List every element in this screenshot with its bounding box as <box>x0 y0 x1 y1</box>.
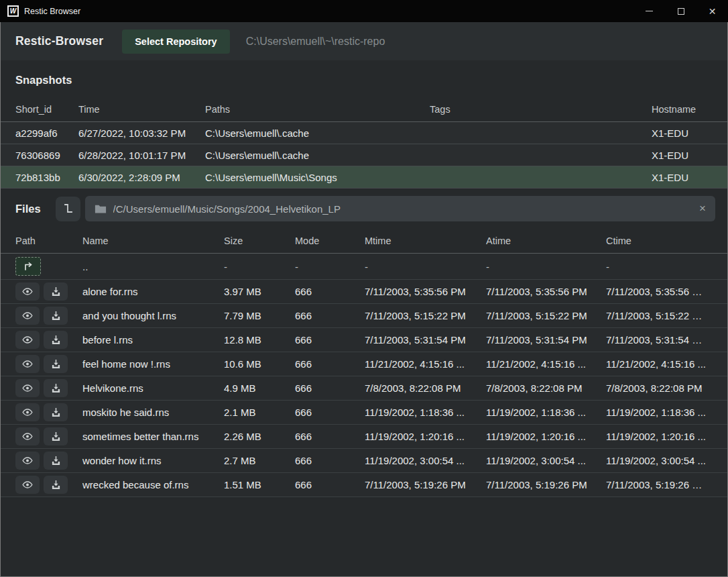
preview-file-button[interactable] <box>15 355 40 373</box>
preview-file-button[interactable] <box>15 427 40 445</box>
parent-mode: - <box>295 261 365 272</box>
select-repository-button[interactable]: Select Repository <box>122 30 230 54</box>
snapshots-table-header: Short_id Time Paths Tags Hostname <box>1 97 727 122</box>
snapshot-short-id: 76306869 <box>15 150 78 161</box>
download-file-button[interactable] <box>44 379 68 397</box>
file-name: Helvikone.rns <box>82 382 224 394</box>
eye-icon <box>21 311 34 320</box>
file-atime: 7/11/2003, 5:15:22 PM <box>486 310 606 321</box>
minimize-icon <box>646 11 653 11</box>
file-mode: 666 <box>295 358 365 370</box>
wails-logo-icon: W <box>7 5 19 17</box>
snapshot-time: 6/27/2022, 10:03:32 PM <box>78 127 205 139</box>
download-file-button[interactable] <box>44 282 68 301</box>
snapshot-row[interactable]: a2299af6 6/27/2022, 10:03:32 PM C:\Users… <box>1 122 727 144</box>
file-ctime: 7/11/2003, 5:15:22 PM <box>606 310 713 321</box>
col-path: Path <box>15 235 82 246</box>
download-icon <box>51 431 61 441</box>
file-name: before l.rns <box>82 334 224 346</box>
snapshots-heading: Snapshots <box>1 60 727 97</box>
download-file-button[interactable] <box>44 307 68 325</box>
file-row: alone for.rns 3.97 MB 666 7/11/2003, 5:3… <box>1 280 727 304</box>
file-mode: 666 <box>295 455 365 466</box>
title-bar: W Restic Browser ✕ <box>0 0 728 22</box>
tree-root-icon <box>62 203 74 215</box>
empty-space <box>1 497 727 576</box>
download-icon <box>51 383 61 393</box>
snapshot-row[interactable]: 76306869 6/28/2022, 10:01:17 PM C:\Users… <box>1 144 727 166</box>
snapshot-short-id: a2299af6 <box>15 127 78 139</box>
file-row: wonder how it.rns 2.7 MB 666 11/19/2002,… <box>1 449 727 473</box>
eye-icon <box>21 384 34 392</box>
file-size: 1.51 MB <box>224 479 295 490</box>
preview-file-button[interactable] <box>15 331 40 349</box>
col-atime: Atime <box>486 235 606 246</box>
preview-file-button[interactable] <box>15 282 40 301</box>
download-file-button[interactable] <box>44 427 68 445</box>
eye-icon <box>21 287 34 296</box>
window-controls: ✕ <box>633 0 728 22</box>
go-parent-icon <box>23 262 34 271</box>
download-icon <box>51 359 61 369</box>
download-file-button[interactable] <box>44 331 68 349</box>
parent-name: .. <box>82 261 224 272</box>
snapshot-hostname: X1-EDU <box>652 127 713 139</box>
download-icon <box>51 311 61 321</box>
snapshot-row[interactable]: 72b813bb 6/30/2022, 2:28:09 PM C:\Users\… <box>1 166 727 189</box>
files-table-header: Path Name Size Mode Mtime Atime Ctime <box>1 229 727 254</box>
col-time: Time <box>78 104 205 115</box>
repository-path: C:\Users\emuell\~\restic-repo <box>246 36 385 48</box>
preview-file-button[interactable] <box>15 476 40 494</box>
file-ctime: 7/11/2003, 5:35:56 PM <box>606 286 713 297</box>
current-path-input[interactable]: /C/Users/emuell/Music/Songs/2004_Helveti… <box>85 196 715 221</box>
download-icon <box>51 407 61 417</box>
snapshot-time: 6/30/2022, 2:28:09 PM <box>78 172 205 183</box>
clear-path-button[interactable]: × <box>692 202 706 215</box>
file-name: sometimes better than.rns <box>82 431 224 442</box>
file-size: 2.1 MB <box>224 407 295 418</box>
eye-icon <box>21 480 34 489</box>
app-header: Restic-Browser Select Repository C:\User… <box>1 22 727 60</box>
files-bar: Files /C/Users/emuell/Music/Songs/2004_H… <box>1 189 727 229</box>
file-atime: 11/19/2002, 1:18:36 ... <box>486 407 606 418</box>
file-size: 3.97 MB <box>224 286 295 297</box>
eye-icon <box>21 360 34 368</box>
col-size: Size <box>224 235 295 246</box>
close-button[interactable]: ✕ <box>696 0 728 22</box>
file-size: 4.9 MB <box>224 382 295 394</box>
file-row: wrecked because of.rns 1.51 MB 666 7/11/… <box>1 473 727 497</box>
preview-file-button[interactable] <box>15 403 40 421</box>
col-ctime: Ctime <box>606 235 713 246</box>
parent-mtime: - <box>365 261 486 272</box>
maximize-button[interactable] <box>665 0 696 22</box>
file-mode: 666 <box>295 382 365 394</box>
file-ctime: 11/19/2002, 1:18:36 ... <box>606 407 713 418</box>
preview-file-button[interactable] <box>15 452 40 470</box>
parent-directory-row: .. - - - - - <box>1 254 727 280</box>
download-file-button[interactable] <box>44 403 68 421</box>
preview-file-button[interactable] <box>15 379 40 397</box>
snapshot-hostname: X1-EDU <box>652 150 713 161</box>
download-icon <box>51 286 61 297</box>
file-atime: 11/19/2002, 1:20:16 ... <box>486 431 606 442</box>
col-hostname: Hostname <box>652 104 713 115</box>
snapshot-hostname: X1-EDU <box>652 172 713 183</box>
preview-file-button[interactable] <box>15 307 40 325</box>
minimize-button[interactable] <box>633 0 665 22</box>
app-title: Restic-Browser <box>15 34 103 48</box>
file-name: alone for.rns <box>82 286 224 297</box>
file-mode: 666 <box>295 431 365 442</box>
file-ctime: 7/11/2003, 5:19:26 PM <box>606 479 713 490</box>
snapshots-table-body: a2299af6 6/27/2022, 10:03:32 PM C:\Users… <box>1 122 727 189</box>
download-file-button[interactable] <box>44 355 68 373</box>
download-file-button[interactable] <box>44 452 68 470</box>
file-name: and you thought l.rns <box>82 310 224 321</box>
current-path-value: /C/Users/emuell/Music/Songs/2004_Helveti… <box>113 203 692 215</box>
file-name: feel home now !.rns <box>82 358 224 370</box>
tree-root-button[interactable] <box>56 197 80 221</box>
file-mode: 666 <box>295 479 365 490</box>
folder-icon <box>95 204 107 214</box>
download-file-button[interactable] <box>44 476 68 494</box>
go-parent-button[interactable] <box>15 257 41 276</box>
download-icon <box>51 335 61 345</box>
